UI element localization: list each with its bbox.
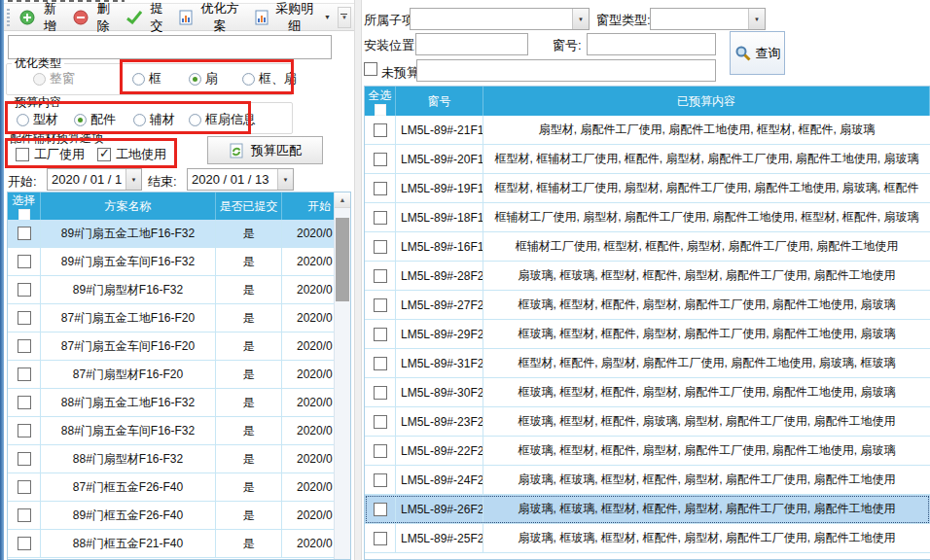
row-checkbox[interactable] [18, 255, 31, 268]
scheme-row[interactable]: 89#门框五金F26-F40是2020/0 [8, 502, 350, 530]
row-checkbox[interactable] [18, 480, 31, 494]
scheme-row[interactable]: 87#门扇五金工地F16-F20是2020/0 [8, 304, 350, 332]
window-row[interactable]: LM5L-89#-23F21框玻璃, 框型材, 框配件, 扇玻璃, 扇型材, 扇… [365, 407, 930, 437]
scheme-submitted: 是 [216, 304, 282, 332]
window-row[interactable]: LM5L-89#-16F15框辅材工厂使用, 框型材, 框配件, 扇型材, 扇配… [365, 232, 930, 262]
window-row[interactable]: LM5L-89#-31F29框型材, 框配件, 扇型材, 扇配件工厂使用, 扇配… [365, 349, 930, 378]
row-checkbox[interactable] [18, 311, 31, 325]
query-button[interactable]: 查询 [730, 31, 785, 75]
row-checkbox[interactable] [374, 123, 387, 137]
window-row[interactable]: LM5L-89#-24F22扇玻璃, 框玻璃, 框型材, 框配件, 扇型材, 扇… [365, 466, 930, 495]
radio-icon [74, 114, 87, 126]
row-checkbox[interactable] [18, 452, 31, 466]
window-row[interactable]: LM5L-89#-25F23扇玻璃, 框玻璃, 框型材, 框配件, 扇型材, 扇… [365, 524, 930, 553]
sub-item-combobox[interactable]: ▼ [410, 8, 590, 30]
row-checkbox[interactable] [374, 328, 387, 341]
row-checkbox[interactable] [18, 396, 31, 409]
install-position-input[interactable] [415, 33, 528, 55]
scheme-row[interactable]: 87#门扇型材F16-F20是2020/0 [8, 361, 350, 389]
start-date-value: 2020 / 01 / 1 [48, 169, 125, 190]
window-type-dropdown-icon[interactable]: ▼ [748, 9, 765, 29]
radio-option-accessory[interactable]: 配件 [74, 111, 116, 128]
query-button-label: 查询 [756, 45, 781, 62]
radio-option-sash[interactable]: 扇 [189, 70, 218, 88]
scheme-row[interactable]: 89#门扇型材F16-F32是2020/0 [8, 276, 350, 304]
purchase-detail-button[interactable]: 采购明细 ▼ [250, 0, 336, 38]
budget-match-button[interactable]: 预算匹配 [207, 136, 323, 164]
scroll-up-icon[interactable]: ▲ [335, 192, 350, 208]
scheme-select-cell [8, 332, 41, 360]
row-checkbox[interactable] [374, 211, 387, 225]
window-row[interactable]: LM5L-89#-29F27框玻璃, 框型材, 框配件, 扇型材, 扇配件工厂使… [365, 320, 930, 349]
checkbox-option-site-use[interactable]: 工地使用 [97, 146, 166, 163]
window-row[interactable]: LM5L-89#-27F25框玻璃, 框型材, 框配件, 扇型材, 扇配件工厂使… [365, 291, 930, 320]
start-date-picker[interactable]: 2020 / 01 / 1 ▼ [47, 168, 142, 191]
row-checkbox[interactable] [374, 153, 387, 166]
scheme-table-scrollbar[interactable]: ▲ [334, 192, 350, 559]
scheme-row[interactable]: 88#门扇五金车间F16-F32是2020/0 [8, 417, 350, 445]
row-checkbox[interactable] [18, 339, 31, 353]
toolbar-overflow-button[interactable]: ▼ [338, 7, 351, 28]
window-no: LM5L-89#-26F24 [396, 495, 483, 523]
submit-button[interactable]: 提交 [122, 0, 173, 38]
end-date-picker[interactable]: 2020 / 01 / 13 ▼ [187, 168, 294, 191]
radio-option-whole-window[interactable]: 整窗 [33, 70, 75, 88]
scheme-row[interactable]: 88#门扇型材F16-F32是2020/0 [8, 445, 350, 473]
window-row[interactable]: LM5L-89#-19F17框型材, 框辅材工厂使用, 扇型材, 扇配件工厂使用… [365, 174, 930, 203]
row-checkbox[interactable] [18, 508, 31, 522]
row-checkbox[interactable] [18, 424, 31, 438]
row-checkbox[interactable] [374, 473, 387, 487]
window-row[interactable]: LM5L-89#-28F26扇玻璃, 框玻璃, 框型材, 框配件, 扇型材, 扇… [365, 262, 930, 291]
scheme-row[interactable]: 87#门框五金F26-F40是2020/0 [8, 473, 350, 502]
scheme-row[interactable]: 88#门扇五金工地F16-F32是2020/0 [8, 389, 350, 417]
scheme-row[interactable]: 88#门框五金F21-F40是2020/0 [8, 530, 350, 558]
window-row[interactable]: LM5L-89#-18F16框辅材工厂使用, 扇型材, 扇配件工厂使用, 扇配件… [365, 203, 930, 232]
radio-label: 扇 [205, 70, 218, 88]
row-checkbox[interactable] [374, 444, 387, 458]
scheme-name: 87#门扇五金工地F16-F20 [41, 304, 216, 332]
window-row[interactable]: LM5L-89#-22F20框玻璃, 框型材, 框配件, 扇型材, 扇配件工厂使… [365, 437, 930, 466]
scrollbar-thumb[interactable] [336, 218, 349, 301]
report-icon [179, 10, 193, 25]
row-checkbox[interactable] [374, 503, 387, 516]
row-checkbox[interactable] [374, 269, 387, 283]
window-row[interactable]: LM5L-89#-26F24扇玻璃, 框玻璃, 框型材, 框配件, 扇型材, 扇… [365, 495, 930, 524]
no-budget-checkbox[interactable] [364, 62, 377, 76]
no-budget-input[interactable] [416, 59, 716, 82]
radio-option-auxiliary[interactable]: 辅材 [133, 111, 175, 128]
row-checkbox[interactable] [374, 357, 387, 370]
window-no-input[interactable] [587, 33, 716, 55]
window-row[interactable]: LM5L-89#-30F28框玻璃, 框型材, 框配件, 扇型材, 扇配件工厂使… [365, 378, 930, 407]
optimize-plan-button[interactable]: 优化方案 [174, 0, 247, 38]
select-all-checkbox[interactable] [375, 104, 386, 116]
panel-splitter[interactable] [354, 0, 362, 560]
radio-option-profile[interactable]: 型材 [17, 111, 58, 128]
delete-button[interactable]: 删除 [68, 0, 120, 38]
row-checkbox[interactable] [374, 240, 387, 254]
row-checkbox[interactable] [374, 298, 387, 312]
start-date-dropdown-icon[interactable]: ▼ [125, 169, 141, 190]
add-button[interactable]: 新增 [15, 0, 66, 38]
row-checkbox[interactable] [374, 415, 387, 429]
window-row[interactable]: LM5L-89#-20F18框型材, 框辅材工厂使用, 框配件, 扇型材, 扇配… [365, 145, 930, 174]
sub-item-dropdown-icon[interactable]: ▼ [572, 9, 589, 29]
radio-option-frame[interactable]: 框 [132, 70, 161, 88]
scheme-row[interactable]: 89#门扇五金车间F16-F32是2020/0 [8, 248, 350, 276]
row-checkbox[interactable] [374, 532, 387, 545]
row-checkbox[interactable] [18, 368, 31, 381]
scheme-row[interactable]: 87#门扇五金车间F16-F20是2020/0 [8, 332, 350, 361]
scheme-row[interactable]: 89#门扇五金工地F16-F32是2020/0 [8, 220, 350, 248]
row-checkbox[interactable] [374, 386, 387, 400]
window-row[interactable]: LM5L-89#-21F19扇型材, 扇配件工厂使用, 扇配件工地使用, 框型材… [365, 116, 930, 145]
row-checkbox[interactable] [374, 182, 387, 195]
select-all-checkbox[interactable] [18, 209, 30, 220]
checkbox-option-factory-use[interactable]: 工厂使用 [16, 146, 85, 163]
end-date-dropdown-icon[interactable]: ▼ [277, 169, 293, 190]
row-checkbox[interactable] [18, 283, 31, 297]
window-no: LM5L-89#-18F16 [396, 203, 483, 231]
radio-option-frame-sash-info[interactable]: 框扇信息 [189, 111, 256, 128]
row-checkbox[interactable] [18, 227, 31, 240]
radio-option-frame-sash[interactable]: 框、扇 [242, 70, 297, 88]
row-checkbox[interactable] [18, 537, 31, 550]
window-type-combobox[interactable]: ▼ [650, 8, 766, 30]
